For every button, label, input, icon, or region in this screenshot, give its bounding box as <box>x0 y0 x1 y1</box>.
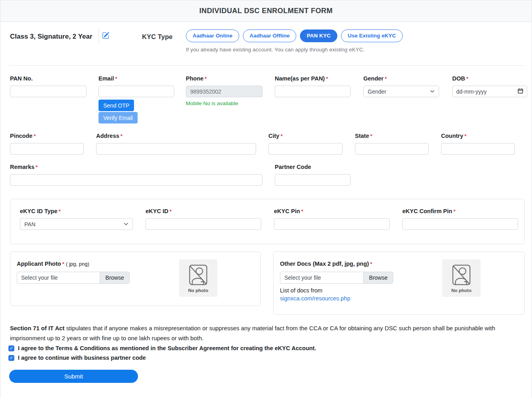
pan-input[interactable] <box>10 86 87 97</box>
kyc-option-pan-kyc[interactable]: PAN KYC <box>300 29 337 42</box>
section-71-notice: Section 71 of IT Act stipulates that if … <box>10 323 525 343</box>
vertical-divider <box>99 29 99 43</box>
email-input[interactable] <box>99 86 174 97</box>
edit-product-button[interactable] <box>102 32 109 40</box>
pincode-label: Pincode* <box>10 133 35 139</box>
ekyc-id-type-label: eKYC ID Type* <box>20 208 61 214</box>
phone-input <box>186 86 262 97</box>
applicant-photo-card: Applicant Photo* ( jpg, png) Select your… <box>10 251 261 306</box>
terms-agreement-row: ✓ I agree to the Terms & Conditions as m… <box>8 345 316 351</box>
file-placeholder: Select your file <box>280 272 363 283</box>
ekyc-pin-input[interactable] <box>274 218 390 230</box>
section-71-body: stipulates that if anyone makes a misrep… <box>10 325 495 341</box>
ekyc-pin-label: eKYC Pin* <box>274 208 303 214</box>
gender-label: Gender* <box>363 75 387 82</box>
kyc-type-options: Aadhaar Online Aadhaar Offline PAN KYC U… <box>186 29 403 42</box>
name-input[interactable] <box>275 86 351 97</box>
gender-select-value: Gender <box>368 88 386 95</box>
applicant-photo-label: Applicant Photo* ( jpg, png) <box>17 261 89 267</box>
browse-button[interactable]: Browse <box>100 272 129 283</box>
email-label: Email* <box>99 75 117 82</box>
other-docs-label: Other Docs (Max 2 pdf, jpg, png)* <box>280 261 372 267</box>
state-label: State* <box>355 133 372 139</box>
file-placeholder: Select your file <box>17 272 100 283</box>
no-photo-text: No photo <box>451 288 471 293</box>
partner-code-checkbox[interactable]: ✓ <box>8 355 14 361</box>
terms-agreement-label: I agree to the Terms & Conditions as men… <box>18 345 316 351</box>
docs-list-text: List of docs from <box>280 287 322 294</box>
partner-code-agreement-label: I agree to continue with business partne… <box>18 355 146 361</box>
ekyc-id-type-value: PAN <box>24 221 35 227</box>
no-photo-text: No photo <box>188 288 208 293</box>
country-label: Country* <box>441 133 467 139</box>
browse-button[interactable]: Browse <box>363 272 393 283</box>
other-docs-no-photo-placeholder: No photo <box>442 259 481 297</box>
enrolment-form-page: INDIVIDUAL DSC ENROLMENT FORM Class 3, S… <box>0 0 532 398</box>
page-header: INDIVIDUAL DSC ENROLMENT FORM <box>0 0 532 22</box>
submit-button[interactable]: Submit <box>9 370 138 383</box>
city-input[interactable] <box>268 143 343 155</box>
partner-code-agreement-row: ✓ I agree to continue with business part… <box>8 355 146 361</box>
ekyc-card: eKYC ID Type* PAN eKYC ID* eKYC Pin* eKY… <box>10 199 525 244</box>
ekyc-id-label: eKYC ID* <box>146 208 171 214</box>
ekyc-confirm-pin-input[interactable] <box>402 218 518 230</box>
dob-placeholder: dd-mm-yyyy <box>456 88 487 95</box>
other-docs-file-input[interactable]: Select your file Browse <box>280 272 393 284</box>
phone-status-text: Mobile No is available <box>186 100 238 106</box>
no-photo-person-icon <box>450 263 473 287</box>
name-label: Name(as per PAN)* <box>275 75 328 82</box>
address-label: Address* <box>96 133 122 139</box>
chevron-down-icon <box>124 221 128 227</box>
ekyc-confirm-pin-label: eKYC Confirm Pin* <box>402 208 455 214</box>
partner-code-input[interactable] <box>275 174 351 186</box>
country-input[interactable] <box>441 143 515 155</box>
kyc-option-use-existing-ekyc[interactable]: Use Existing eKYC <box>341 29 403 42</box>
section-divider <box>8 65 525 66</box>
pincode-input[interactable] <box>10 143 84 155</box>
address-input[interactable] <box>96 143 256 155</box>
applicant-photo-file-input[interactable]: Select your file Browse <box>17 272 130 284</box>
page-title: INDIVIDUAL DSC ENROLMENT FORM <box>0 0 532 22</box>
kyc-option-aadhaar-online[interactable]: Aadhaar Online <box>186 29 239 42</box>
dob-label: DOB* <box>452 75 468 82</box>
chevron-down-icon <box>430 88 435 95</box>
city-label: City* <box>268 133 282 139</box>
gender-select[interactable]: Gender <box>363 86 439 97</box>
no-photo-person-icon <box>187 263 209 287</box>
pan-label: PAN No. <box>10 75 33 82</box>
edit-pencil-icon <box>102 34 109 40</box>
kyc-type-label: KYC Type <box>142 33 173 41</box>
remarks-label: Remarks* <box>10 164 37 170</box>
dob-input[interactable]: dd-mm-yyyy <box>452 86 527 97</box>
partner-code-label: Partner Code <box>275 164 311 170</box>
calendar-icon <box>518 88 523 95</box>
product-label: Class 3, Signature, 2 Year <box>10 33 93 41</box>
other-docs-card: Other Docs (Max 2 pdf, jpg, png)* Select… <box>273 251 525 315</box>
remarks-input[interactable] <box>10 174 262 186</box>
verify-email-button[interactable]: Verify Email <box>99 112 138 124</box>
section-71-bold: Section 71 of IT Act <box>10 325 65 331</box>
kyc-option-aadhaar-offline[interactable]: Aadhaar Offline <box>243 29 297 42</box>
docs-list-link[interactable]: signxca.com/resources.php <box>280 295 351 302</box>
terms-checkbox[interactable]: ✓ <box>8 345 14 351</box>
ekyc-id-type-select[interactable]: PAN <box>20 218 133 230</box>
send-otp-button[interactable]: Send OTP <box>99 100 134 111</box>
kyc-helper-text: If you already have existing account. Yo… <box>186 47 365 53</box>
ekyc-id-input[interactable] <box>146 218 261 230</box>
applicant-no-photo-placeholder: No photo <box>179 259 217 297</box>
phone-label: Phone* <box>186 75 207 82</box>
state-input[interactable] <box>355 143 429 155</box>
